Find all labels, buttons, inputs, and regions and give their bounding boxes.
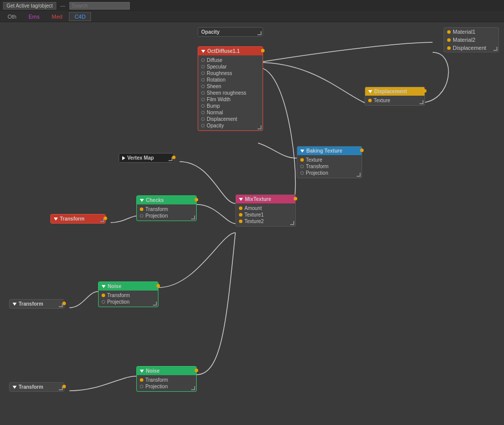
opacity-node[interactable]: Opacity (198, 27, 263, 37)
active-tag-button[interactable]: Get Active tag/object (3, 2, 56, 10)
octdiffuse-label: OctDiffuse1.1 (207, 48, 239, 54)
transform2-header: Transform (10, 300, 64, 308)
checks-header: Checks (137, 196, 196, 204)
checks-body: Transform Projection (137, 204, 196, 221)
displacement-out-row: Displacement (444, 44, 498, 52)
displacement-node[interactable]: Displacement Texture (365, 87, 425, 106)
opacity-resize[interactable] (258, 31, 262, 35)
transform3-out-port (62, 385, 66, 388)
search-input[interactable] (69, 2, 130, 10)
material1-row: Material1 (444, 28, 498, 36)
noise2-out-port (195, 369, 198, 372)
octdiffuse-arrow (201, 50, 205, 53)
mix-arrow (239, 198, 243, 201)
transform3-node[interactable]: Transform (9, 382, 64, 392)
noise2-header: Noise (137, 367, 196, 375)
vertex-map-arrow (122, 156, 125, 160)
separator: — (60, 3, 65, 9)
p6 (201, 91, 205, 95)
noise1-body: Transform Projection (99, 291, 158, 307)
noise1-node[interactable]: Noise Transform Projection (98, 281, 158, 307)
transform2-label: Transform (19, 301, 43, 307)
texture-port (368, 99, 372, 102)
tab-oth[interactable]: Oth (2, 12, 22, 21)
p5 (201, 85, 205, 88)
material1-label: Material1 (453, 29, 475, 35)
p1 (201, 58, 205, 62)
baking-transform-port (300, 165, 304, 168)
p9 (201, 111, 205, 114)
displacement-resize[interactable] (419, 100, 424, 104)
tab-med[interactable]: Med (46, 12, 68, 21)
checks-label: Checks (146, 197, 164, 203)
transform3-label: Transform (19, 384, 43, 390)
displacement-arrow (368, 90, 372, 93)
baking-texture-port (300, 158, 304, 162)
checks-resize[interactable] (191, 216, 195, 220)
transform3-arrow (13, 386, 17, 389)
octdiffuse-resize[interactable] (258, 125, 262, 129)
p8 (201, 104, 205, 108)
baking-texture-header: Baking Texture (297, 147, 362, 155)
vertex-map-header: Vertex Map (119, 154, 174, 162)
transform2-node[interactable]: Transform (9, 299, 64, 309)
mix-texture-node[interactable]: MixTexture Amount Texture1 Texture2 (235, 194, 296, 227)
baking-body: Texture Transform Projection (297, 155, 362, 178)
mix-texture-header: MixTexture (236, 195, 295, 203)
displacement-out-label: Displacement (453, 45, 486, 51)
noise1-resize[interactable] (153, 302, 157, 306)
transform1-header: Transform (51, 215, 105, 223)
noise1-header: Noise (99, 282, 158, 291)
displacement-body: Texture (365, 96, 425, 105)
vertex-map-resize[interactable] (169, 157, 173, 161)
noise2-label: Noise (146, 368, 159, 374)
baking-texture-node[interactable]: Baking Texture Texture Transform Project… (297, 146, 362, 178)
transform1-arrow (54, 218, 58, 221)
material2-port (447, 38, 451, 42)
checks-node[interactable]: Checks Transform Projection (136, 195, 197, 221)
baking-out-port (360, 149, 364, 152)
top-bar: Get Active tag/object — (0, 0, 504, 11)
transform3-header: Transform (10, 383, 64, 391)
noise1-transform-port (102, 294, 105, 297)
p10 (201, 117, 205, 121)
checks-out-port (195, 198, 198, 201)
vertex-map-node[interactable]: Vertex Map (119, 153, 174, 163)
transform2-arrow (13, 303, 17, 306)
checks-transform-port (140, 207, 143, 211)
material1-port (447, 30, 451, 34)
vertex-map-label: Vertex Map (127, 155, 154, 161)
opacity-header: Opacity (198, 28, 263, 36)
texture1-port (239, 213, 242, 217)
noise1-label: Noise (108, 284, 121, 289)
transform1-out-port (104, 217, 107, 220)
baking-texture-label: Baking Texture (306, 148, 343, 154)
transform3-resize[interactable] (59, 386, 63, 390)
noise2-resize[interactable] (191, 386, 195, 390)
tab-ems[interactable]: Ems (23, 12, 45, 21)
transform1-resize[interactable] (100, 218, 104, 222)
tab-bar: Oth Ems Med C4D (0, 11, 504, 22)
mix-texture-label: MixTexture (245, 196, 271, 202)
tab-c4d[interactable]: C4D (69, 12, 91, 21)
displacement-label: Displacement (374, 89, 407, 94)
opacity-label: Opacity (201, 29, 220, 35)
noise2-arrow (140, 370, 144, 373)
mix-resize[interactable] (290, 221, 294, 225)
baking-resize[interactable] (357, 173, 361, 177)
octdiffuse-out-port (261, 49, 265, 52)
noise2-body: Transform Projection (137, 375, 196, 391)
resize-handle[interactable] (493, 47, 497, 51)
transform2-resize[interactable] (59, 303, 63, 307)
noise2-node[interactable]: Noise Transform Projection (136, 366, 197, 392)
p2 (201, 65, 205, 68)
material2-label: Material2 (453, 37, 475, 43)
p4 (201, 78, 205, 82)
transform1-node[interactable]: Transform (50, 214, 106, 224)
octdiffuse-node[interactable]: OctDiffuse1.1 Diffuse Specular Roughness… (198, 46, 263, 131)
noise2-transform-port (140, 378, 143, 382)
material2-row: Material2 (444, 36, 498, 44)
node-canvas[interactable]: Material1 Material2 Displacement Opacity… (0, 22, 504, 425)
noise1-arrow (102, 285, 106, 288)
mix-out-port (294, 197, 297, 200)
